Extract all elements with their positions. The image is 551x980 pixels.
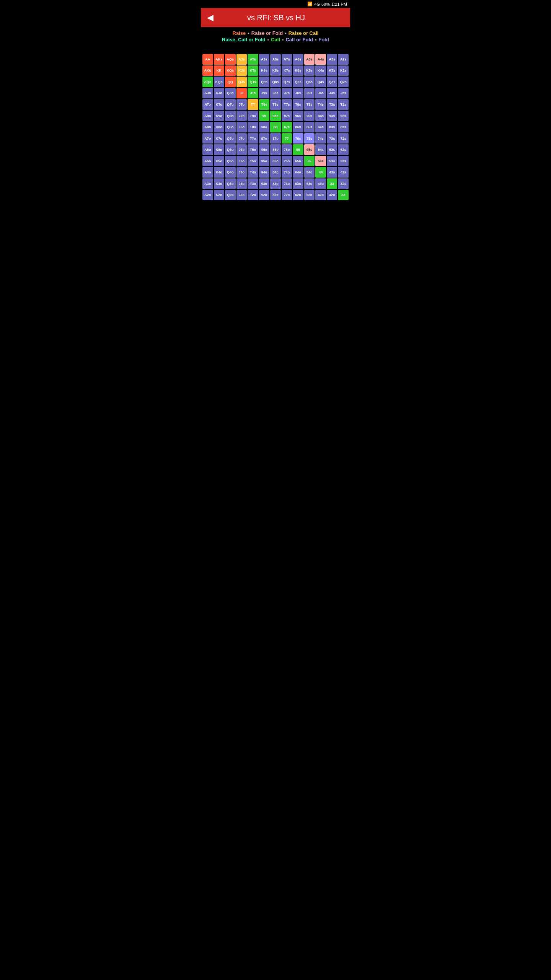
hand-cell[interactable]: Q7o [225, 133, 236, 144]
hand-cell[interactable]: K6s [293, 65, 303, 76]
hand-cell[interactable]: 65o [293, 156, 303, 167]
hand-cell[interactable]: 63o [293, 178, 303, 189]
hand-cell[interactable]: 86o [270, 144, 281, 155]
hand-cell[interactable]: A7o [202, 133, 213, 144]
hand-cell[interactable]: QJs [236, 77, 247, 87]
hand-cell[interactable]: AKo [202, 65, 213, 76]
hand-cell[interactable]: T8s [270, 99, 281, 110]
hand-cell[interactable]: 42o [315, 190, 326, 201]
hand-cell[interactable]: J6s [293, 88, 303, 99]
hand-cell[interactable]: 66 [293, 144, 303, 155]
hand-cell[interactable]: T5o [248, 156, 258, 167]
hand-cell[interactable]: K7o [214, 133, 225, 144]
hand-cell[interactable]: 83o [270, 178, 281, 189]
hand-cell[interactable]: K8o [214, 122, 225, 132]
hand-cell[interactable]: 97o [259, 133, 270, 144]
hand-cell[interactable]: A6o [202, 144, 213, 155]
hand-cell[interactable]: 32s [338, 178, 349, 189]
hand-cell[interactable]: J7o [236, 133, 247, 144]
hand-cell[interactable]: T7o [248, 133, 258, 144]
hand-cell[interactable]: J9s [259, 88, 270, 99]
hand-cell[interactable]: 54s [315, 156, 326, 167]
hand-cell[interactable]: 52o [304, 190, 315, 201]
hand-cell[interactable]: A8s [270, 54, 281, 65]
hand-cell[interactable]: A6s [293, 54, 303, 65]
hand-cell[interactable]: K7s [282, 65, 292, 76]
hand-cell[interactable]: A3o [202, 178, 213, 189]
hand-cell[interactable]: K2o [214, 190, 225, 201]
hand-cell[interactable]: A5s [304, 54, 315, 65]
hand-cell[interactable]: K9o [214, 111, 225, 121]
hand-cell[interactable]: KQo [214, 77, 225, 87]
hand-cell[interactable]: A9s [259, 54, 270, 65]
hand-cell[interactable]: ATo [202, 99, 213, 110]
hand-cell[interactable]: 52s [338, 156, 349, 167]
hand-cell[interactable]: 42s [338, 167, 349, 178]
hand-cell[interactable]: Q9s [259, 77, 270, 87]
hand-cell[interactable]: A3s [327, 54, 337, 65]
hand-cell[interactable]: 94s [315, 111, 326, 121]
hand-cell[interactable]: Q8o [225, 122, 236, 132]
hand-cell[interactable]: T8o [248, 122, 258, 132]
hand-cell[interactable]: 73s [327, 133, 337, 144]
hand-cell[interactable]: J5o [236, 156, 247, 167]
hand-cell[interactable]: 43o [315, 178, 326, 189]
back-button[interactable]: ◀ [207, 13, 214, 23]
hand-cell[interactable]: 95o [259, 156, 270, 167]
hand-cell[interactable]: K4s [315, 65, 326, 76]
hand-cell[interactable]: Q9o [225, 111, 236, 121]
hand-cell[interactable]: AQs [225, 54, 236, 65]
hand-cell[interactable]: A2o [202, 190, 213, 201]
hand-cell[interactable]: 74o [282, 167, 292, 178]
hand-cell[interactable]: QTs [248, 77, 258, 87]
hand-cell[interactable]: JTo [236, 99, 247, 110]
hand-cell[interactable]: K2s [338, 65, 349, 76]
hand-cell[interactable]: 98s [270, 111, 281, 121]
hand-cell[interactable]: A8o [202, 122, 213, 132]
hand-cell[interactable]: 96s [293, 111, 303, 121]
hand-cell[interactable]: K4o [214, 167, 225, 178]
hand-cell[interactable]: T4s [315, 99, 326, 110]
hand-cell[interactable]: Q4s [315, 77, 326, 87]
hand-cell[interactable]: 85s [304, 122, 315, 132]
hand-cell[interactable]: T5s [304, 99, 315, 110]
hand-cell[interactable]: K5o [214, 156, 225, 167]
hand-cell[interactable]: 94o [259, 167, 270, 178]
hand-cell[interactable]: J2s [338, 88, 349, 99]
hand-cell[interactable]: KTo [214, 99, 225, 110]
hand-cell[interactable]: 87o [270, 133, 281, 144]
hand-cell[interactable]: QQ [225, 77, 236, 87]
hand-cell[interactable]: 83s [327, 122, 337, 132]
hand-cell[interactable]: T6s [293, 99, 303, 110]
hand-cell[interactable]: K6o [214, 144, 225, 155]
hand-cell[interactable]: J8o [236, 122, 247, 132]
hand-cell[interactable]: Q6s [293, 77, 303, 87]
hand-cell[interactable]: QJo [225, 88, 236, 99]
hand-cell[interactable]: K3o [214, 178, 225, 189]
hand-cell[interactable]: Q3o [225, 178, 236, 189]
hand-cell[interactable]: T9o [248, 111, 258, 121]
hand-cell[interactable]: Q2s [338, 77, 349, 87]
hand-cell[interactable]: A2s [338, 54, 349, 65]
hand-cell[interactable]: 96o [259, 144, 270, 155]
hand-cell[interactable]: T9s [259, 99, 270, 110]
hand-cell[interactable]: AQo [202, 77, 213, 87]
hand-cell[interactable]: 76s [293, 133, 303, 144]
hand-cell[interactable]: KK [214, 65, 225, 76]
hand-cell[interactable]: QTo [225, 99, 236, 110]
hand-cell[interactable]: JJ [236, 88, 247, 99]
hand-cell[interactable]: Q2o [225, 190, 236, 201]
hand-cell[interactable]: 77 [282, 133, 292, 144]
hand-cell[interactable]: A4o [202, 167, 213, 178]
hand-cell[interactable]: KTs [248, 65, 258, 76]
hand-cell[interactable]: J4o [236, 167, 247, 178]
hand-cell[interactable]: AA [202, 54, 213, 65]
hand-cell[interactable]: Q5o [225, 156, 236, 167]
hand-cell[interactable]: T7s [282, 99, 292, 110]
hand-cell[interactable]: 73o [282, 178, 292, 189]
hand-cell[interactable]: 65s [304, 144, 315, 155]
hand-cell[interactable]: 62o [293, 190, 303, 201]
hand-cell[interactable]: Q5s [304, 77, 315, 87]
hand-cell[interactable]: K3s [327, 65, 337, 76]
hand-cell[interactable]: Q6o [225, 144, 236, 155]
